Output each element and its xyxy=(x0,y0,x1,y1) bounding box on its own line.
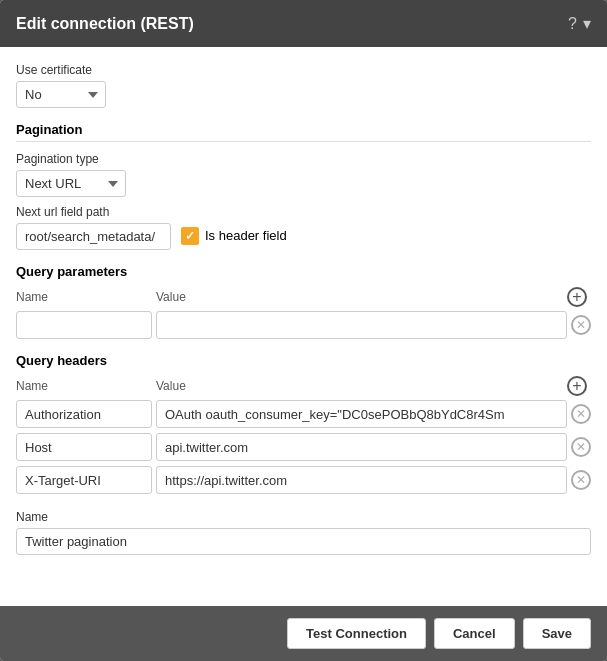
qh-name-col-header: Name xyxy=(16,379,156,393)
header-controls: ? ▾ xyxy=(568,14,591,33)
table-row: ✕ xyxy=(16,433,591,461)
qp-name-input-0[interactable] xyxy=(16,311,152,339)
qh-name-input-0[interactable] xyxy=(16,400,152,428)
qh-remove-btn-1[interactable]: ✕ xyxy=(571,437,591,457)
qh-add-btn[interactable]: + xyxy=(563,376,591,396)
help-icon[interactable]: ? xyxy=(568,15,577,33)
query-params-header: Query parameters xyxy=(16,264,591,283)
table-row: ✕ xyxy=(16,400,591,428)
qh-name-input-1[interactable] xyxy=(16,433,152,461)
query-headers-col-headers: Name Value + xyxy=(16,376,591,396)
test-connection-button[interactable]: Test Connection xyxy=(287,618,426,649)
pagination-type-label: Pagination type xyxy=(16,152,591,166)
query-headers-header: Query headers xyxy=(16,353,591,372)
query-headers-section: Query headers Name Value + ✕ ✕ xyxy=(16,353,591,494)
name-input[interactable] xyxy=(16,528,591,555)
header-field-checkbox-group: Is header field xyxy=(181,227,287,245)
qp-value-input-0[interactable] xyxy=(156,311,567,339)
qh-value-input-1[interactable] xyxy=(156,433,567,461)
dropdown-icon[interactable]: ▾ xyxy=(583,14,591,33)
qp-plus-icon[interactable]: + xyxy=(567,287,587,307)
query-params-col-headers: Name Value + xyxy=(16,287,591,307)
pagination-section-title: Pagination xyxy=(16,122,591,137)
dialog-body: Use certificate No Yes Pagination Pagina… xyxy=(0,47,607,606)
name-label: Name xyxy=(16,510,591,524)
query-headers-title: Query headers xyxy=(16,353,107,368)
qh-value-input-2[interactable] xyxy=(156,466,567,494)
url-field-input[interactable] xyxy=(16,223,171,250)
query-params-title: Query parameters xyxy=(16,264,127,279)
table-row: ✕ xyxy=(16,466,591,494)
dialog-title: Edit connection (REST) xyxy=(16,15,194,33)
header-field-label: Is header field xyxy=(205,228,287,243)
qp-add-btn[interactable]: + xyxy=(563,287,591,307)
dialog-footer: Test Connection Cancel Save xyxy=(0,606,607,661)
qp-name-col-header: Name xyxy=(16,290,156,304)
pagination-group: Pagination Pagination type Next URL Page… xyxy=(16,122,591,250)
qh-remove-btn-2[interactable]: ✕ xyxy=(571,470,591,490)
pagination-divider xyxy=(16,141,591,142)
edit-connection-dialog: Edit connection (REST) ? ▾ Use certifica… xyxy=(0,0,607,661)
certificate-label: Use certificate xyxy=(16,63,591,77)
table-row: ✕ xyxy=(16,311,591,339)
qh-remove-btn-0[interactable]: ✕ xyxy=(571,404,591,424)
certificate-select[interactable]: No Yes xyxy=(16,81,106,108)
header-field-checkbox[interactable] xyxy=(181,227,199,245)
url-field-row: Next url field path Is header field xyxy=(16,205,591,250)
qh-plus-icon[interactable]: + xyxy=(567,376,587,396)
name-section: Name xyxy=(16,510,591,555)
qh-value-input-0[interactable] xyxy=(156,400,567,428)
qp-remove-btn-0[interactable]: ✕ xyxy=(571,315,591,335)
qp-value-col-header: Value xyxy=(156,290,563,304)
qh-name-input-2[interactable] xyxy=(16,466,152,494)
certificate-group: Use certificate No Yes xyxy=(16,63,591,108)
cancel-button[interactable]: Cancel xyxy=(434,618,515,649)
dialog-header: Edit connection (REST) ? ▾ xyxy=(0,0,607,47)
url-field-label: Next url field path xyxy=(16,205,171,219)
save-button[interactable]: Save xyxy=(523,618,591,649)
pagination-type-select[interactable]: Next URL Page Number Offset xyxy=(16,170,126,197)
url-field-group: Next url field path xyxy=(16,205,171,250)
qh-value-col-header: Value xyxy=(156,379,563,393)
query-params-section: Query parameters Name Value + ✕ xyxy=(16,264,591,339)
